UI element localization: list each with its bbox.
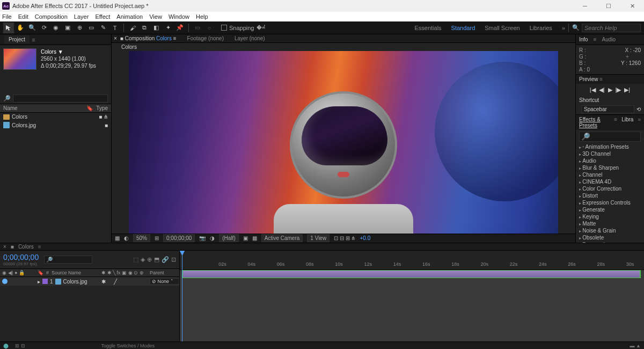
grid-icon[interactable]: ▦ (115, 235, 120, 241)
alpha-icon[interactable]: ◐ (124, 235, 129, 241)
mask-icon[interactable]: ◑ (210, 235, 215, 241)
effect-category[interactable]: Channel (578, 171, 642, 178)
menu-effect[interactable]: Effect (95, 13, 110, 20)
tl-icon[interactable]: ◈ (141, 256, 145, 263)
exposure-value[interactable]: +0.0 (360, 235, 371, 241)
workspace-libraries[interactable]: Libraries (530, 25, 552, 31)
shortcut-select[interactable]: Spacebar (581, 105, 634, 113)
effects-search-input[interactable] (579, 132, 641, 142)
layer-bar[interactable] (182, 270, 641, 278)
col-source[interactable]: Source Name (52, 270, 81, 275)
col-parent[interactable]: Parent (150, 270, 179, 275)
orbit-tool[interactable]: ⟳ (39, 23, 49, 33)
aspect-icon[interactable]: ⊞ (155, 235, 159, 241)
minimize-button[interactable]: ─ (573, 0, 597, 12)
maximize-button[interactable]: ☐ (597, 0, 620, 12)
snapshot-icon[interactable]: 📷 (199, 235, 206, 241)
effect-category[interactable]: Distort (578, 192, 642, 199)
play-button[interactable]: ▶ (608, 86, 612, 93)
audio-tab[interactable]: Audio (602, 37, 616, 42)
viewer-tab-layer[interactable]: Layer (none) (235, 35, 265, 41)
selection-tool[interactable] (3, 23, 14, 33)
tl-icon[interactable]: ⬒ (154, 256, 159, 263)
project-item-file[interactable]: Colors.jpg■ (0, 121, 111, 129)
effect-category[interactable]: Color Correction (578, 185, 642, 192)
current-timecode[interactable]: 0;00;00;00 (3, 253, 39, 261)
workspace-standard[interactable]: Standard (451, 25, 475, 31)
effect-category[interactable]: Generate (578, 206, 642, 213)
menu-help[interactable]: Help (196, 13, 208, 20)
viewer-subtab[interactable]: Colors (116, 43, 142, 51)
shape-tool[interactable]: ▭ (86, 23, 97, 33)
comp-thumbnail[interactable] (3, 48, 36, 70)
toggle-switches-button[interactable]: Toggle Switches / Modes (101, 343, 155, 348)
tl-icon[interactable]: ⬚ (133, 256, 138, 263)
effect-category[interactable]: Keying (578, 213, 642, 220)
effect-category[interactable]: Obsolete (578, 234, 642, 241)
pan-behind-tool[interactable]: ⊕ (74, 23, 85, 33)
effect-category[interactable]: Noise & Grain (578, 227, 642, 234)
goto-start-button[interactable]: |◀ (590, 86, 596, 93)
goto-end-button[interactable]: ▶| (624, 86, 630, 93)
menu-layer[interactable]: Layer (74, 13, 89, 20)
reset-icon[interactable]: ⟲ (636, 106, 641, 112)
menu-animation[interactable]: Animation (116, 13, 143, 20)
effect-category[interactable]: Perspective (578, 241, 642, 243)
tl-icon[interactable]: ⊕ (147, 256, 152, 263)
prev-frame-button[interactable]: ◀| (599, 86, 605, 93)
viewer-tab-footage[interactable]: Footage (none) (187, 35, 224, 41)
brush-tool[interactable]: 🖌 (127, 23, 138, 33)
col-name[interactable]: Name (3, 105, 86, 111)
effect-category[interactable]: Animation Presets (578, 143, 642, 150)
effect-category[interactable]: Audio (578, 157, 642, 164)
search-help-input[interactable] (582, 24, 641, 32)
hand-tool[interactable]: ✋ (15, 23, 26, 33)
roto-tool[interactable]: ✦ (163, 23, 173, 33)
roi-icon[interactable]: ▣ (243, 235, 248, 241)
preview-tab[interactable]: Preview (579, 76, 598, 82)
rotate-tool[interactable]: ◉ (50, 23, 61, 33)
workspace-essentials[interactable]: Essentials (414, 25, 441, 31)
resolution-select[interactable]: (Half) (219, 234, 238, 242)
timeline-tab[interactable]: Colors (18, 244, 34, 250)
composition-canvas[interactable] (129, 51, 558, 234)
project-tab[interactable]: Project (4, 35, 30, 43)
workspace-small-screen[interactable]: Small Screen (485, 25, 519, 31)
libraries-tab[interactable]: Libra (621, 117, 633, 128)
layer-row[interactable]: ▸ 1 Colors.jpg ✱╱ ⊘ None ˅ (0, 277, 179, 286)
zoom-tool[interactable]: 🔍 (27, 23, 38, 33)
next-frame-button[interactable]: |▶ (616, 86, 621, 93)
layer-parent[interactable]: None (158, 279, 170, 284)
menu-composition[interactable]: Composition (35, 13, 68, 20)
camera-select[interactable]: Active Camera (261, 234, 303, 242)
pen-tool[interactable]: ✎ (98, 23, 108, 33)
puppet-tool[interactable]: 📌 (174, 23, 185, 33)
tl-icon[interactable]: 🔗 (162, 256, 169, 263)
effects-tab[interactable]: Effects & Presets (579, 117, 610, 128)
effect-category[interactable]: Blur & Sharpen (578, 164, 642, 171)
menu-view[interactable]: View (149, 13, 162, 20)
info-tab[interactable]: Info (579, 37, 588, 42)
transparency-icon[interactable]: ▦ (252, 235, 257, 241)
effect-category[interactable]: Expression Controls (578, 199, 642, 206)
menu-edit[interactable]: Edit (18, 13, 28, 20)
timeline-ruler[interactable]: 02s04s06s08s10s12s14s16s18s20s22s24s26s2… (180, 251, 644, 270)
view-icons[interactable]: ⊡ ⊟ ⊞ ⋔ (334, 235, 355, 241)
close-button[interactable]: ✕ (620, 0, 644, 12)
zoom-select[interactable]: 50% (133, 234, 150, 242)
effect-category[interactable]: CINEMA 4D (578, 178, 642, 185)
project-search-input[interactable] (13, 94, 108, 103)
workspace-overflow[interactable]: » (562, 25, 565, 31)
view-select[interactable]: 1 View (307, 234, 330, 242)
viewer-tab-composition[interactable]: ■ Composition Colors ≡ (120, 35, 177, 41)
render-icon[interactable]: ⬤ (3, 343, 9, 348)
effect-category[interactable]: Matte (578, 220, 642, 227)
snapping-toggle[interactable]: Snapping �ⰼ (221, 24, 266, 31)
project-item-folder[interactable]: Colors■ ⋔ (0, 113, 111, 121)
menu-window[interactable]: Window (169, 13, 189, 20)
tl-icon[interactable]: ⊡ (171, 256, 176, 263)
time-display[interactable]: 0;00;00;00 (163, 234, 195, 242)
zoom-out-icon[interactable]: ▬ ▲ (630, 343, 641, 348)
eye-icon[interactable] (2, 279, 8, 284)
col-type[interactable]: Type (96, 105, 108, 111)
